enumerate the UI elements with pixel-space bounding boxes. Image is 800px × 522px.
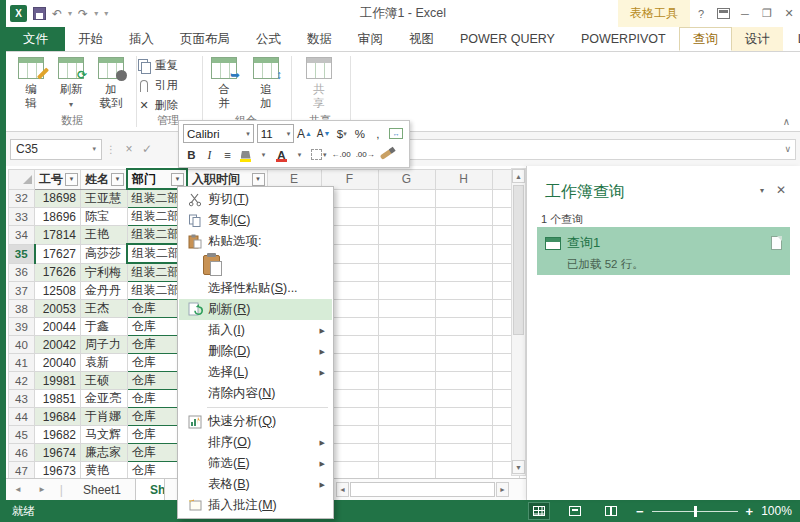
tab-design[interactable]: 设计	[732, 27, 783, 51]
cell-empty[interactable]	[435, 300, 492, 318]
cell-empty[interactable]	[435, 372, 492, 390]
cell-empty[interactable]	[378, 189, 435, 208]
cell-empty[interactable]	[435, 282, 492, 300]
sheet-prev-icon[interactable]: ◄	[6, 485, 30, 494]
tab-7[interactable]: POWER QUERY	[447, 27, 568, 51]
cell-name[interactable]: 王艳	[81, 226, 128, 245]
formula-expand-icon[interactable]: ∨	[784, 144, 791, 154]
redo-icon[interactable]: ↷	[78, 8, 88, 20]
tab-file[interactable]: 文件	[6, 27, 65, 51]
cell-empty[interactable]	[435, 208, 492, 226]
cell-empty[interactable]	[378, 390, 435, 408]
cell-empty[interactable]	[378, 263, 435, 282]
shrink-font-button[interactable]: A▼	[315, 124, 332, 143]
tab-6[interactable]: 视图	[396, 27, 447, 51]
cell-empty[interactable]	[378, 244, 435, 263]
cell-id[interactable]: 20053	[35, 300, 81, 318]
name-box[interactable]: C35 ▾	[10, 139, 102, 160]
cell-empty[interactable]	[435, 408, 492, 426]
row-header-40[interactable]: 40	[9, 336, 35, 354]
font-color-button[interactable]: A	[273, 145, 290, 164]
refresh-button[interactable]: ⟳ 刷新▾	[52, 54, 90, 116]
row-header-38[interactable]: 38	[9, 300, 35, 318]
cell-empty[interactable]	[378, 208, 435, 226]
menu-item-Q[interactable]: 快速分析(Q)	[179, 411, 332, 432]
load-to-button[interactable]: 加载到	[92, 54, 130, 116]
cell-name[interactable]: 金亚亮	[81, 390, 128, 408]
italic-button[interactable]: I	[201, 145, 218, 164]
cell-name[interactable]: 马文辉	[81, 426, 128, 444]
increase-decimal-button[interactable]: ←.00	[330, 145, 353, 164]
cell-name[interactable]: 于肖娜	[81, 408, 128, 426]
font-size-combo[interactable]: 11▾	[257, 124, 294, 143]
cell-id[interactable]: 20040	[35, 354, 81, 372]
vertical-scroll-thumb[interactable]	[513, 185, 524, 335]
customize-qat-icon[interactable]: ▾	[104, 9, 108, 18]
font-color-dropdown-icon[interactable]: ▾	[291, 145, 308, 164]
menu-item-E[interactable]: 筛选(E)▶	[179, 453, 332, 474]
select-all-corner[interactable]	[9, 169, 35, 189]
zoom-in-icon[interactable]: +	[746, 505, 754, 518]
query-list-item[interactable]: 查询1 已加载 52 行。	[537, 227, 790, 275]
save-icon[interactable]	[33, 7, 46, 20]
cell-empty[interactable]	[435, 244, 492, 263]
tab-3[interactable]: 公式	[243, 27, 294, 51]
table-header-工号[interactable]: 工号▼	[35, 169, 81, 189]
cell-id[interactable]: 19684	[35, 408, 81, 426]
enter-icon[interactable]: ✓	[138, 142, 156, 156]
cell-empty[interactable]	[435, 263, 492, 282]
cell-name[interactable]: 周子力	[81, 336, 128, 354]
help-icon[interactable]: ?	[690, 0, 712, 27]
panel-options-icon[interactable]: ▾	[760, 186, 764, 195]
normal-view-icon[interactable]	[528, 502, 550, 520]
redo-dropdown-icon[interactable]: ▾	[94, 9, 98, 18]
cell-id[interactable]: 12508	[35, 282, 81, 300]
column-header-G[interactable]: G	[378, 169, 435, 189]
cell-empty[interactable]	[435, 318, 492, 336]
cell-name[interactable]: 廉志家	[81, 444, 128, 462]
page-layout-view-icon[interactable]	[564, 502, 586, 520]
borders-button[interactable]: ▾	[309, 145, 329, 164]
cell-empty[interactable]	[378, 282, 435, 300]
cell-empty[interactable]	[378, 408, 435, 426]
undo-dropdown-icon[interactable]: ▾	[68, 9, 72, 18]
cell-empty[interactable]	[435, 189, 492, 208]
row-header-33[interactable]: 33	[9, 208, 35, 226]
menu-item-I[interactable]: 插入(I)▶	[179, 320, 332, 341]
query-peek-icon[interactable]	[771, 236, 782, 250]
filter-dropdown-icon[interactable]: ▼	[252, 173, 265, 186]
merge-button[interactable]: ➥ 合并	[205, 54, 243, 116]
row-header-35[interactable]: 35	[9, 244, 35, 263]
row-header-41[interactable]: 41	[9, 354, 35, 372]
cell-empty[interactable]	[435, 336, 492, 354]
close-icon[interactable]: ✕	[778, 0, 800, 27]
minimize-icon[interactable]: ─	[734, 0, 756, 27]
account-menu[interactable]: Lin Shu.... ▾	[785, 27, 800, 51]
tab-5[interactable]: 审阅	[345, 27, 396, 51]
undo-icon[interactable]: ↶	[52, 8, 62, 20]
cell-empty[interactable]	[435, 226, 492, 245]
row-header-42[interactable]: 42	[9, 372, 35, 390]
tab-1[interactable]: 插入	[116, 27, 167, 51]
row-header-44[interactable]: 44	[9, 408, 35, 426]
cell-empty[interactable]	[435, 426, 492, 444]
cell-id[interactable]: 19682	[35, 426, 81, 444]
comma-format-button[interactable]: ,	[369, 124, 386, 143]
cell-empty[interactable]	[435, 462, 492, 480]
sheet-tab-sheet1[interactable]: Sheet1	[69, 479, 135, 501]
align-center-icon[interactable]: ≡	[219, 145, 236, 164]
cell-empty[interactable]	[435, 444, 492, 462]
edit-button[interactable]: 编辑	[12, 54, 50, 116]
fill-color-button[interactable]	[237, 145, 254, 164]
cell-id[interactable]: 19981	[35, 372, 81, 390]
cell-name[interactable]: 高莎莎	[81, 244, 128, 263]
paste-option-button[interactable]	[179, 252, 332, 278]
menu-item-D[interactable]: 删除(D)▶	[179, 341, 332, 362]
row-header-36[interactable]: 36	[9, 263, 35, 282]
cell-empty[interactable]	[378, 336, 435, 354]
menu-item-粘贴选项:[interactable]: 粘贴选项:	[179, 231, 332, 252]
cell-name[interactable]: 陈宝	[81, 208, 128, 226]
vertical-scrollbar[interactable]: ▲ ▼	[511, 168, 526, 476]
percent-format-button[interactable]: %	[351, 124, 368, 143]
menu-item-O[interactable]: 排序(O)▶	[179, 432, 332, 453]
